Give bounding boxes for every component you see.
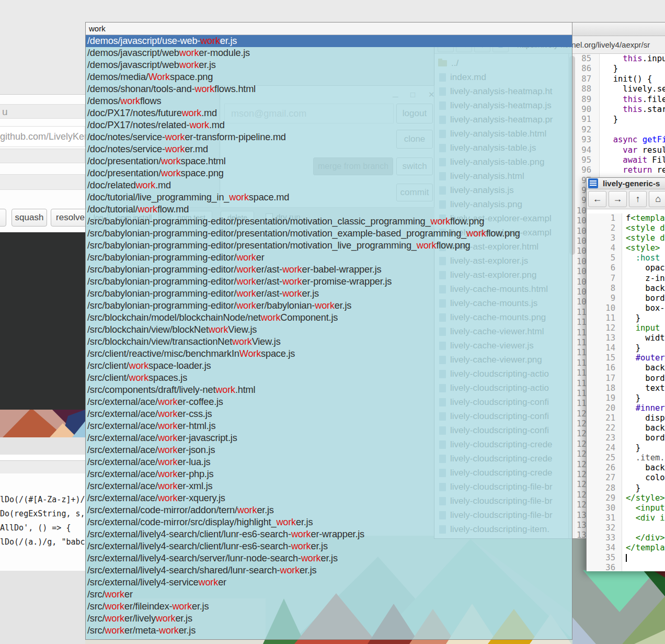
- search-result-row[interactable]: /src/external/ace/worker-json.js: [86, 444, 572, 456]
- line-number: 2: [587, 223, 622, 233]
- line-number: 22: [587, 423, 622, 433]
- search-result-row[interactable]: /demos/javascript/webworker-module.js: [86, 47, 572, 59]
- search-result-row[interactable]: /src/worker/livelyworker.js: [86, 613, 572, 625]
- line-number: 90: [575, 105, 600, 115]
- search-result-row[interactable]: /src/client/workspace-loader.js: [86, 360, 572, 372]
- clipped-button[interactable]: f: [0, 209, 6, 227]
- search-result-row[interactable]: /src/external/ace/worker-html.js: [86, 420, 572, 432]
- line-number: 19: [587, 393, 622, 403]
- search-result-row[interactable]: /src/worker/fileindex-worker.js: [86, 601, 572, 613]
- search-result-row[interactable]: /src/external/ace/worker-xquery.js: [86, 492, 572, 504]
- line-number: 14: [587, 343, 622, 353]
- search-result-row[interactable]: /src/client/reactive/misc/benchmarkInWor…: [86, 348, 572, 360]
- search-result-row[interactable]: /src/babylonian-programming-editor/worke…: [86, 288, 572, 300]
- search-result-row[interactable]: /doc/PX17/notes/related-work.md: [86, 119, 572, 131]
- search-result-row[interactable]: /src/blockchain/view/transactionNetworkV…: [86, 336, 572, 348]
- search-result-row[interactable]: /doc/tutorial/workflow.md: [86, 204, 572, 216]
- line-number: 91: [575, 115, 600, 125]
- search-result-row[interactable]: /src/components/draft/lively-network.htm…: [86, 384, 572, 396]
- input-field[interactable]: [0, 149, 85, 163]
- search-result-row[interactable]: /src/external/ace/worker-xml.js: [86, 480, 572, 492]
- search-result-row[interactable]: /doc/tutorial/live_programming_in_worksp…: [86, 191, 572, 204]
- up-arrow-icon: ↑: [635, 194, 640, 204]
- line-number: 96: [575, 165, 600, 175]
- username-field[interactable]: u: [0, 104, 85, 119]
- search-result-row[interactable]: /doc/notes/service-worker-transform-pipe…: [86, 131, 572, 143]
- search-result-row[interactable]: /src/external/ace/worker-coffee.js: [86, 396, 572, 408]
- line-number: 7: [587, 274, 622, 284]
- home-button[interactable]: ⌂: [649, 191, 665, 207]
- line-number: 5: [587, 253, 622, 263]
- search-result-row[interactable]: /src/external/code-mirror/src/display/hi…: [86, 516, 572, 528]
- search-result-row[interactable]: /src/external/lively4-search/server/lunr…: [86, 552, 572, 564]
- back-arrow-icon: ←: [592, 194, 602, 204]
- search-result-row[interactable]: /demos/shonan/tools-and-workflows.html: [86, 83, 572, 95]
- search-result-row[interactable]: /demos/javascript/webworker.js: [86, 59, 572, 71]
- search-result-row[interactable]: /src/worker/meta-worker.js: [86, 625, 572, 637]
- search-result-row[interactable]: /demos/javascript/use-web-worker.js: [86, 35, 572, 47]
- line-number: 85: [575, 54, 600, 64]
- search-result-row[interactable]: /src/external/code-mirror/addon/tern/wor…: [86, 504, 572, 516]
- search-result-row[interactable]: /src/external/ace/worker-php.js: [86, 468, 572, 480]
- desktop: { "search_overlay": { "query": "work", "…: [0, 0, 665, 644]
- window-titlebar[interactable]: lively-generic-s: [587, 178, 665, 189]
- line-number: 18: [587, 383, 622, 393]
- code-editor-window: lively-generic-s ← → ↑ ⌂ 1f<templat2<sty…: [586, 177, 665, 571]
- file-search-overlay: /demos/javascript/use-web-worker.js/demo…: [85, 22, 572, 640]
- search-result-row[interactable]: /src/babylonian-programming-editor/worke…: [86, 276, 572, 288]
- search-result-row[interactable]: /src/client/workspaces.js: [86, 372, 572, 384]
- menu-icon[interactable]: [588, 178, 598, 188]
- resolve-button[interactable]: resolve: [51, 209, 90, 227]
- forward-button[interactable]: →: [609, 191, 627, 207]
- search-result-row[interactable]: /src/external/lively4-serviceworker: [86, 577, 572, 589]
- search-result-row[interactable]: /doc/notes/service-worker.md: [86, 143, 572, 155]
- line-number: 87: [575, 74, 600, 84]
- line-number: 1: [587, 213, 622, 223]
- line-number: 16: [587, 363, 622, 373]
- search-result-row[interactable]: /doc/presentation/workspace.html: [86, 155, 572, 167]
- search-input[interactable]: [86, 22, 572, 35]
- search-result-row[interactable]: /src/external/ace/worker-lua.js: [86, 456, 572, 468]
- forward-arrow-icon: →: [613, 194, 622, 204]
- search-result-row[interactable]: /src/external/lively4-search/client/lunr…: [86, 528, 572, 540]
- line-number: 11: [587, 313, 622, 323]
- search-result-row[interactable]: /src/external/ace/worker-javascript.js: [86, 432, 572, 444]
- line-number: 23: [587, 433, 622, 443]
- line-number: 3: [587, 233, 622, 243]
- line-number: 94: [575, 145, 600, 155]
- line-number: 21: [587, 413, 622, 423]
- window-title: lively-generic-s: [603, 179, 660, 188]
- search-result-row[interactable]: /src/external/lively4-search/shared/lunr…: [86, 564, 572, 577]
- code-editor[interactable]: 1f<templat2<style da3<style da4<style>5 …: [587, 209, 665, 571]
- line-number: 33: [587, 533, 622, 543]
- search-result-row[interactable]: /src/babylonian-programming-editor/prese…: [86, 216, 572, 228]
- search-result-row[interactable]: /src/blockchain/view/blockNetworkView.js: [86, 324, 572, 336]
- back-button[interactable]: ←: [588, 191, 606, 207]
- search-result-row[interactable]: /doc/presentation/workspace.png: [86, 167, 572, 179]
- line-number: 17: [587, 374, 622, 383]
- search-result-row[interactable]: /src/babylonian-programming-editor/prese…: [86, 228, 572, 240]
- search-result-row[interactable]: /src/external/ace/worker-css.js: [86, 408, 572, 420]
- input-field[interactable]: [0, 174, 85, 190]
- search-result-row[interactable]: /src/babylonian-programming-editor/worke…: [86, 300, 572, 312]
- line-number: 86: [575, 64, 600, 74]
- search-result-row[interactable]: /doc/PX17/notes/futurework.md: [86, 107, 572, 119]
- search-result-row[interactable]: /src/babylonian-programming-editor/prese…: [86, 240, 572, 252]
- thumbnail-image: [0, 410, 85, 437]
- line-number: 15: [587, 353, 622, 363]
- search-result-row[interactable]: /demos/workflows: [86, 95, 572, 107]
- squash-button[interactable]: squash: [12, 209, 47, 227]
- code-line: lDo(/(#[A-Za-z]+)/: [0, 495, 85, 504]
- search-result-row[interactable]: /src/blockchain/model/blockchainNode/net…: [86, 312, 572, 324]
- search-result-row[interactable]: /src/external/lively4-search/client/lunr…: [86, 540, 572, 552]
- code-line: Do(regExString, s,: [0, 509, 85, 518]
- search-result-row[interactable]: /doc/relatedwork.md: [86, 179, 572, 191]
- search-result-row[interactable]: /src/babylonian-programming-editor/worke…: [86, 252, 572, 264]
- search-result-row[interactable]: /src/worker: [86, 589, 572, 601]
- search-result-row[interactable]: /demos/media/Workspace.png: [86, 71, 572, 83]
- search-result-row[interactable]: /src/babylonian-programming-editor/worke…: [86, 264, 572, 276]
- line-number: 35: [587, 553, 622, 563]
- repo-url-field[interactable]: github.com/LivelyKern: [0, 126, 85, 147]
- line-number: 4: [587, 243, 622, 253]
- up-button[interactable]: ↑: [629, 191, 647, 207]
